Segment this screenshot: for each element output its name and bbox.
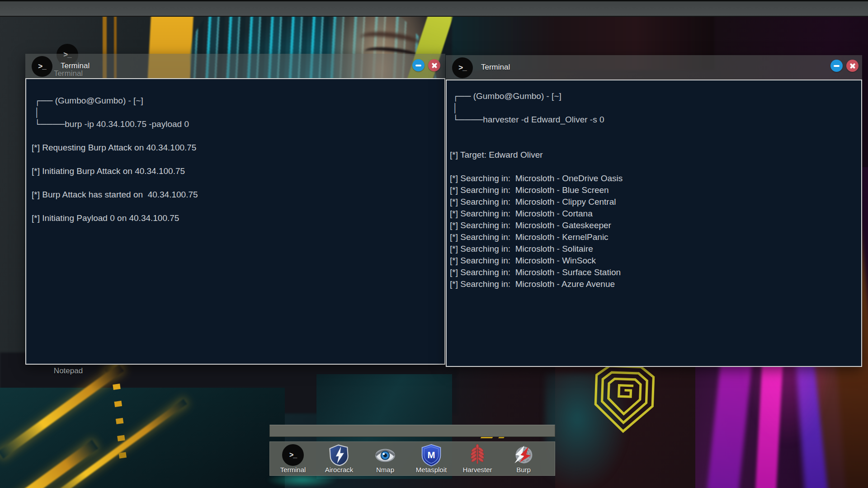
dock-item-nmap[interactable]: Nmap <box>362 442 408 475</box>
close-button[interactable] <box>428 59 440 71</box>
terminal-prompt-glyph: >_ <box>289 451 297 459</box>
dock-item-airocrack[interactable]: Airocrack <box>316 442 362 475</box>
terminal-line: ┌── (Gumbo@Gumbo) - [~] <box>453 90 857 102</box>
nmap-eye-icon[interactable] <box>374 444 396 466</box>
terminal-line: └────burp -ip 40.34.100.75 -payload 0 <box>34 118 440 130</box>
dock-item-label: Nmap <box>376 466 394 474</box>
terminal-line: [*] Searching in: Microsloth - Clippy Ce… <box>450 196 857 208</box>
terminal-line <box>32 130 440 142</box>
dock-item-label: Metasploit <box>416 466 447 474</box>
terminal-line: [*] Searching in: Microsloth - Solitaire <box>450 243 857 255</box>
terminal-icon[interactable]: >_ <box>282 444 304 466</box>
dock-item-label: Terminal <box>280 466 306 474</box>
crest-graphic <box>585 361 664 445</box>
terminal-line: [*] Searching in: Microsloth - Azure Ave… <box>450 278 857 290</box>
terminal-line: │ <box>34 107 440 118</box>
dock-item-label: Burp <box>516 466 531 474</box>
terminal-line: [*] Searching in: Microsloth - Gateskeep… <box>450 220 857 231</box>
svg-text:M: M <box>428 450 435 460</box>
terminal-line: [*] Burp Attack has started on 40.34.100… <box>32 189 440 201</box>
terminal-line: │ <box>453 102 857 114</box>
dock-top-panel <box>269 425 555 437</box>
window-titlebar[interactable]: >_ Terminal <box>25 54 445 78</box>
terminal-line: [*] Searching in: Microsloth - OneDrive … <box>450 173 857 184</box>
airocrack-shield-icon[interactable] <box>328 444 350 466</box>
dock-item-label: Airocrack <box>325 466 354 474</box>
terminal-line: [*] Searching in: Microsloth - Surface S… <box>450 267 857 278</box>
dock-item-metasploit[interactable]: M Metasploit <box>408 442 454 475</box>
desktop-icon-notepad-label[interactable]: Notepad <box>37 366 100 375</box>
close-button[interactable] <box>846 60 859 72</box>
harvester-wheat-icon[interactable] <box>466 444 489 466</box>
minimize-button[interactable] <box>412 59 425 71</box>
wallpaper-shape <box>113 384 121 390</box>
terminal-body[interactable]: ┌── (Gumbo@Gumbo) - [~]│└────harvester -… <box>446 80 862 367</box>
terminal-line <box>450 137 857 149</box>
terminal-icon: >_ <box>32 56 52 77</box>
metasploit-shield-icon[interactable]: M <box>420 444 443 466</box>
terminal-prompt-glyph: >_ <box>458 63 466 72</box>
terminal-line: [*] Searching in: Microsloth - Blue Scre… <box>450 184 857 196</box>
terminal-window-harvester: >_ Terminal ┌── (Gumbo@Gumbo) - [~]│└───… <box>446 55 862 367</box>
terminal-line: [*] Initiating Burp Attack on 40.34.100.… <box>32 165 440 177</box>
terminal-prompt-glyph: >_ <box>38 62 46 71</box>
minimize-button[interactable] <box>830 60 843 72</box>
terminal-window-burp: >_ Terminal ┌── (Gumbo@Gumbo) - [~]│└───… <box>25 54 445 365</box>
terminal-line: ┌── (Gumbo@Gumbo) - [~] <box>34 95 440 107</box>
burp-bolt-icon[interactable] <box>512 444 535 466</box>
terminal-icon: >_ <box>452 57 473 78</box>
dock: >_ Terminal Airocrack <box>269 441 555 476</box>
terminal-line: [*] Requesting Burp Attack on 40.34.100.… <box>32 142 440 154</box>
terminal-line <box>32 177 440 189</box>
terminal-line: [*] Searching in: Microsloth - WinSock <box>450 255 857 267</box>
terminal-line: └────harvester -d Edward_Oliver -s 0 <box>453 114 857 126</box>
wallpaper-shape <box>0 388 285 488</box>
terminal-output[interactable]: ┌── (Gumbo@Gumbo) - [~]│└────harvester -… <box>447 80 861 366</box>
terminal-line: [*] Initiating Payload 0 on 40.34.100.75 <box>32 212 440 224</box>
dock-item-label: Harvester <box>462 466 492 474</box>
terminal-line <box>32 154 440 165</box>
terminal-line <box>450 161 857 173</box>
window-titlebar[interactable]: >_ Terminal <box>446 55 862 80</box>
dock-item-terminal[interactable]: >_ Terminal <box>270 442 316 475</box>
top-panel <box>0 0 868 17</box>
terminal-body[interactable]: ┌── (Gumbo@Gumbo) - [~]│└────burp -ip 40… <box>25 78 445 365</box>
window-title: Terminal <box>481 55 510 80</box>
terminal-line: [*] Target: Edward Oliver <box>450 149 857 161</box>
terminal-output[interactable]: ┌── (Gumbo@Gumbo) - [~]│└────burp -ip 40… <box>26 79 444 364</box>
terminal-line: [*] Searching in: Microsloth - Cortana <box>450 208 857 220</box>
terminal-line <box>450 126 857 137</box>
terminal-line: [*] Searching in: Microsloth - KernelPan… <box>450 231 857 243</box>
terminal-line <box>32 201 440 212</box>
window-title: Terminal <box>61 54 90 78</box>
dock-item-harvester[interactable]: Harvester <box>454 442 500 475</box>
dock-item-burp[interactable]: Burp <box>500 442 547 475</box>
